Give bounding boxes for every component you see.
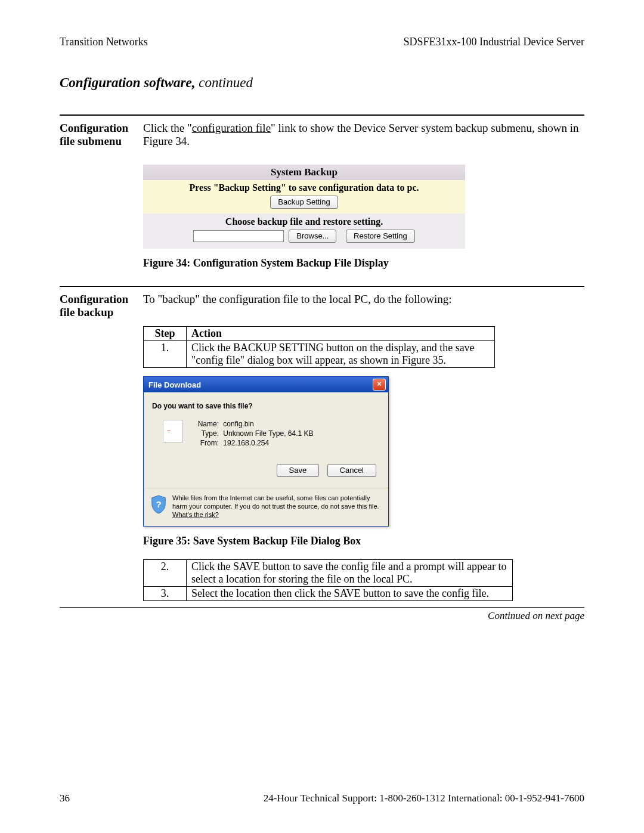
- step-cell: 2.: [144, 560, 187, 587]
- support-line: 24-Hour Technical Support: 1-800-260-131…: [264, 792, 584, 804]
- config-file-submenu-block: Configuration file submenu Click the "co…: [60, 122, 584, 148]
- restore-setting-message: Choose backup file and restore setting.: [143, 216, 465, 227]
- shield-icon: ?: [150, 494, 168, 515]
- restore-setting-button[interactable]: Restore Setting: [346, 230, 415, 243]
- file-meta: Name: config.bin Type: Unknown File Type…: [193, 420, 314, 448]
- section-heading: Configuration software, continued: [60, 75, 584, 91]
- backup-setting-message: Press "Backup Setting" to save configura…: [143, 182, 465, 193]
- backup-file-input[interactable]: [193, 230, 284, 242]
- configuration-file-link[interactable]: configuration file: [192, 122, 271, 134]
- save-button[interactable]: Save: [277, 464, 320, 477]
- page-number: 36: [60, 792, 70, 804]
- dialog-title: File Download: [148, 380, 201, 389]
- step-cell: 3.: [144, 587, 187, 601]
- section-heading-main: Configuration software,: [60, 75, 196, 90]
- continued-text: Continued on next page: [60, 610, 584, 622]
- file-info-row: Name: config.bin Type: Unknown File Type…: [163, 420, 380, 448]
- name-key: Name:: [193, 420, 219, 428]
- config-file-backup-block: Configuration file backup To "backup" th…: [60, 293, 584, 319]
- backup-setting-button[interactable]: Backup Setting: [270, 196, 338, 209]
- page-footer: 36 24-Hour Technical Support: 1-800-260-…: [60, 792, 584, 804]
- config-file-submenu-label: Configuration file submenu: [60, 122, 143, 148]
- action-cell: Click the BACKUP SETTING button on the d…: [187, 341, 495, 368]
- rule: [60, 286, 584, 287]
- header-left: Transition Networks: [60, 36, 148, 48]
- dialog-titlebar: File Download ×: [144, 377, 388, 392]
- page-header: Transition Networks SDSFE31xx-100 Indust…: [60, 36, 584, 48]
- close-icon[interactable]: ×: [373, 379, 386, 391]
- table-row: 3. Select the location then click the SA…: [144, 587, 513, 601]
- figure-35-caption: Figure 35: Save System Backup File Dialo…: [143, 535, 584, 547]
- type-key: Type:: [193, 429, 219, 438]
- system-backup-title: System Backup: [143, 165, 465, 180]
- table-row: 2. Click the SAVE button to save the con…: [144, 560, 513, 587]
- backup-step-table-1: Step Action 1. Click the BACKUP SETTING …: [143, 326, 495, 368]
- browse-button[interactable]: Browse...: [289, 230, 336, 243]
- whats-the-risk-link[interactable]: What's the risk?: [172, 511, 219, 518]
- col-action: Action: [187, 327, 495, 341]
- header-right: SDSFE31xx-100 Industrial Device Server: [404, 36, 584, 48]
- name-value: config.bin: [223, 420, 253, 428]
- warning-body: While files from the Internet can be use…: [172, 494, 379, 510]
- table-row: 1. Click the BACKUP SETTING button on th…: [144, 341, 495, 368]
- restore-setting-panel: Choose backup file and restore setting. …: [143, 213, 465, 249]
- svg-text:?: ?: [156, 499, 161, 509]
- col-step: Step: [144, 327, 187, 341]
- config-file-backup-intro: To "backup" the configuration file to th…: [143, 293, 584, 306]
- rule: [60, 607, 584, 608]
- from-key: From:: [193, 439, 219, 447]
- cancel-button[interactable]: Cancel: [327, 464, 376, 477]
- backup-setting-panel: Press "Backup Setting" to save configura…: [143, 180, 465, 213]
- action-cell: Select the location then click the SAVE …: [187, 587, 513, 601]
- dialog-button-row: Save Cancel: [152, 464, 376, 477]
- backup-step-table-2: 2. Click the SAVE button to save the con…: [143, 559, 513, 601]
- from-value: 192.168.0.254: [223, 439, 269, 447]
- file-icon: [163, 420, 183, 442]
- table-header-row: Step Action: [144, 327, 495, 341]
- type-value: Unknown File Type, 64.1 KB: [223, 429, 313, 438]
- system-backup-panel: System Backup Press "Backup Setting" to …: [143, 165, 465, 249]
- dialog-content: Do you want to save this file? Name: con…: [144, 392, 388, 488]
- config-file-backup-label: Configuration file backup: [60, 293, 143, 319]
- config-file-submenu-body: Click the "configuration file" link to s…: [143, 122, 584, 148]
- section-heading-continued: continued: [196, 75, 253, 90]
- file-download-dialog: File Download × Do you want to save this…: [143, 376, 389, 527]
- action-cell: Click the SAVE button to save the config…: [187, 560, 513, 587]
- dialog-warning: ? While files from the Internet can be u…: [144, 488, 388, 526]
- page: Transition Networks SDSFE31xx-100 Indust…: [0, 0, 644, 833]
- step-cell: 1.: [144, 341, 187, 368]
- rule: [60, 114, 584, 116]
- dialog-question: Do you want to save this file?: [152, 402, 380, 410]
- text: Click the ": [143, 122, 192, 134]
- warning-text: While files from the Internet can be use…: [172, 494, 382, 519]
- figure-34-caption: Figure 34: Configuration System Backup F…: [143, 257, 584, 270]
